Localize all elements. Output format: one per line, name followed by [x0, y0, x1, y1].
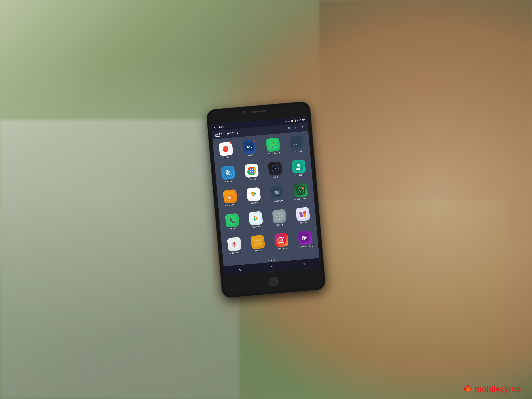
svg-text:35/54°F: 35/54°F	[255, 242, 262, 245]
svg-rect-66	[303, 211, 306, 213]
tab-apps[interactable]: APPS	[215, 133, 222, 137]
app-grid: 🔴G 13 Google AS ✔ US	[212, 131, 319, 263]
app-calculator[interactable]: + - = × Calculator	[285, 134, 309, 158]
app-playnewsstand-label: Play Newssta...	[299, 245, 313, 248]
status-right: 4G ▪▪▪ 📶 🔋 4:57 PM	[285, 118, 305, 123]
app-gallery[interactable]: Gallery	[242, 186, 266, 210]
svg-rect-67	[303, 214, 306, 216]
wifi-icon: 📶	[291, 120, 293, 122]
svg-text:G: G	[226, 145, 228, 148]
network-icon: 4G	[285, 120, 287, 122]
front-camera	[243, 111, 246, 114]
svg-text:👤: 👤	[300, 167, 303, 170]
battery-text: 80%	[221, 125, 226, 128]
messenger-icon: 💬	[218, 126, 221, 128]
svg-text:US: US	[250, 145, 254, 149]
svg-rect-36	[249, 190, 259, 199]
svg-rect-41	[274, 190, 280, 195]
app-playnewsstand[interactable]: Play Newssta...	[293, 229, 317, 253]
signal-bars: ▪▪▪	[288, 120, 290, 122]
watermark-leaf: 🍁	[463, 385, 473, 393]
search-icon[interactable]: 🔍	[287, 126, 292, 131]
physical-home-button[interactable]	[268, 277, 278, 286]
watermark: 🍁 mobilesyrup	[463, 384, 521, 393]
svg-rect-65	[299, 212, 303, 217]
svg-rect-64	[298, 209, 308, 219]
music-icon: ♫	[216, 126, 218, 129]
app-asus[interactable]: AS ✔ US 1 ASUS	[238, 138, 262, 162]
app-filemanager-label: File Manager	[225, 203, 237, 207]
svg-text:+: +	[293, 141, 295, 143]
svg-text:📞: 📞	[229, 217, 236, 224]
app-chrome-label: Chrome	[249, 178, 256, 180]
back-icon: ◀	[214, 126, 215, 129]
app-google[interactable]: 🔴G 13 Google	[214, 140, 238, 164]
app-settings-label: Settings	[276, 223, 284, 226]
back-button[interactable]: ◁	[236, 266, 244, 273]
battery-icon: 🔋	[294, 119, 297, 122]
app-gallery-label: Gallery	[251, 201, 258, 204]
drawer-nav-icons: 🔍 ⊞ ⋮	[287, 125, 305, 131]
status-notifications: ◀ ♫ 💬 80%	[214, 125, 225, 129]
app-instagram-label: Instagram	[278, 247, 287, 250]
phone-container: ◀ ♫ 💬 80% 4G ▪▪▪ 📶 🔋 4:57 PM	[206, 101, 326, 298]
recents-button[interactable]: ▭	[300, 260, 307, 268]
svg-rect-32	[227, 194, 234, 200]
app-mobilemanager[interactable]: ! Mobile Manag...	[289, 181, 313, 206]
app-phone-label: Phone	[230, 227, 236, 230]
phone-body: ◀ ♫ 💬 80% 4G ▪▪▪ 📶 🔋 4:57 PM	[206, 101, 326, 298]
app-settings[interactable]: Settings	[268, 207, 292, 232]
time-display: 4:57 PM	[297, 118, 305, 122]
app-asus-label: ASUS	[247, 154, 253, 157]
svg-rect-45	[296, 185, 305, 195]
app-camera[interactable]: Camera	[216, 164, 240, 188]
app-voicesearch-label: Voice Search	[229, 251, 241, 254]
svg-text:×: ×	[296, 143, 298, 146]
app-themes-label: Themes	[300, 221, 307, 224]
svg-text:🏃: 🏃	[270, 141, 278, 148]
app-themes[interactable]: Themes	[291, 205, 315, 230]
svg-rect-75	[277, 235, 286, 245]
bg-road	[0, 120, 239, 399]
app-zenfit[interactable]: 🏃 ASUS ZenFit	[261, 136, 285, 160]
app-voicesearch[interactable]: Voice Search	[223, 235, 247, 259]
svg-line-24	[275, 166, 275, 168]
grid-icon[interactable]: ⊞	[294, 125, 298, 130]
app-calculator-label: Calculator	[293, 150, 302, 153]
app-weather-label: Weather	[255, 249, 262, 252]
app-phone[interactable]: 📞 Phone	[221, 212, 245, 236]
watermark-text: mobilesyrup	[475, 385, 521, 393]
app-playstore-label: Play Store	[252, 225, 261, 228]
app-google-label: Google	[223, 156, 230, 159]
page-dot-2	[270, 259, 272, 261]
app-instagram[interactable]: Instagram	[270, 231, 294, 255]
more-icon[interactable]: ⋮	[300, 125, 305, 130]
app-contacts[interactable]: 👤 Contacts	[287, 158, 311, 182]
app-playstore[interactable]: Play Store	[244, 209, 268, 234]
app-chrome[interactable]: Chrome	[240, 162, 264, 186]
home-button[interactable]: △	[268, 263, 275, 270]
app-messenger[interactable]: Messenger	[266, 184, 290, 208]
app-camera-label: Camera	[225, 180, 233, 182]
page-dot-3	[273, 259, 275, 261]
svg-text:✔: ✔	[249, 144, 251, 146]
app-contacts-label: Contacts	[295, 174, 304, 176]
app-filemanager[interactable]: File Manager	[218, 188, 242, 212]
app-clock[interactable]: Clock	[263, 160, 287, 184]
drawer-tabs: APPS WIDGETS	[215, 131, 239, 137]
phone-screen: ◀ ♫ 💬 80% 4G ▪▪▪ 📶 🔋 4:57 PM	[211, 116, 320, 275]
app-weather[interactable]: 52°F 35/54°F Weather	[246, 233, 270, 257]
page-dot-1	[267, 260, 269, 261]
app-mobilemanager-label: Mobile Manag...	[294, 197, 309, 200]
svg-text:=: =	[293, 143, 295, 146]
app-zenfit-label: ASUS ZenFit	[268, 152, 280, 155]
phone-speaker	[251, 110, 266, 113]
app-clock-label: Clock	[273, 176, 278, 178]
app-messenger-label: Messenger	[273, 199, 283, 202]
tab-widgets[interactable]: WIDGETS	[227, 131, 239, 136]
